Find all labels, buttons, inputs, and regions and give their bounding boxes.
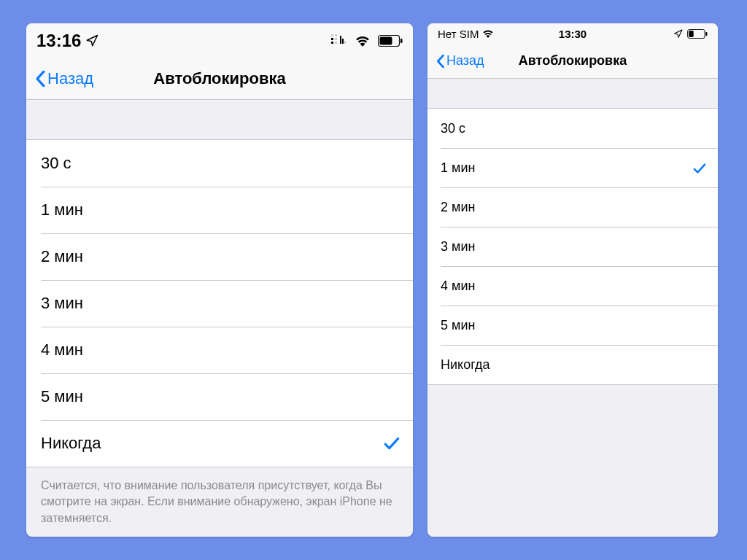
svg-rect-4 [331,34,333,36]
option-5min[interactable]: 5 мин [441,306,718,345]
option-1min[interactable]: 1 мин [41,187,413,233]
svg-rect-6 [340,36,341,44]
option-3min[interactable]: 3 мин [41,280,413,327]
option-label: 4 мин [41,341,83,359]
clock: 13:16 [36,31,81,51]
svg-rect-1 [335,42,337,44]
nav-bar: Назад Автоблокировка [26,58,413,101]
back-label: Назад [446,53,484,69]
option-2min[interactable]: 2 мин [41,233,413,280]
status-left: Нет SIM [438,28,673,40]
svg-rect-8 [344,41,346,44]
checkmark-icon [693,163,706,174]
option-label: 30 с [41,154,71,173]
option-1min[interactable]: 1 мин [441,148,718,187]
option-label: 5 мин [441,318,475,333]
chevron-left-icon [436,55,445,68]
footer-text: Считается, что внимание пользователя при… [26,467,413,537]
clock: 13:30 [559,28,587,40]
svg-rect-10 [380,36,392,44]
phone-left: 13:16 [26,23,413,537]
option-list: 30 с 1 мин 2 мин 3 мин 4 мин 5 мин Никог… [427,108,718,385]
option-4min[interactable]: 4 мин [41,327,413,373]
option-never[interactable]: Никогда [441,345,718,384]
battery-icon [687,29,708,39]
option-2min[interactable]: 2 мин [441,187,718,227]
status-right [673,29,708,39]
back-button[interactable]: Назад [436,53,484,69]
status-right [331,34,403,47]
svg-rect-5 [335,34,337,36]
option-list: 30 с 1 мин 2 мин 3 мин 4 мин 5 мин Никог… [26,139,413,467]
option-label: 1 мин [441,160,475,176]
svg-rect-13 [689,31,694,37]
option-30s[interactable]: 30 с [26,140,413,187]
wifi-icon [482,29,494,38]
nav-title: Автоблокировка [153,69,285,88]
nav-title: Автоблокировка [519,53,627,69]
battery-icon [378,35,403,47]
nav-bar: Назад Автоблокировка [427,44,718,79]
svg-rect-3 [335,38,337,40]
chevron-left-icon [35,71,46,87]
option-label: 4 мин [441,279,475,294]
carrier-label: Нет SIM [438,28,479,40]
option-4min[interactable]: 4 мин [441,266,718,306]
option-30s[interactable]: 30 с [427,109,718,148]
option-label: Никогда [41,434,101,453]
option-5min[interactable]: 5 мин [41,373,413,420]
header-spacer [427,79,718,108]
header-spacer [26,100,413,139]
phone-right: Нет SIM 13:30 Назад Автоблокировка 30 с [427,23,718,537]
svg-rect-14 [705,32,707,36]
option-label: 2 мин [41,247,83,266]
svg-rect-7 [342,39,344,44]
status-bar: 13:16 [26,23,413,58]
wifi-icon [355,35,371,47]
svg-rect-2 [331,38,333,40]
location-icon [85,34,98,47]
background-rest [427,385,718,537]
option-label: 3 мин [41,294,83,313]
status-bar: Нет SIM 13:30 [427,23,718,44]
svg-rect-11 [400,39,403,43]
option-label: 5 мин [41,387,83,406]
back-button[interactable]: Назад [35,69,93,88]
option-label: Никогда [441,357,489,373]
option-3min[interactable]: 3 мин [441,227,718,266]
option-label: 3 мин [441,239,475,254]
option-label: 30 с [441,121,465,136]
location-icon [673,29,683,39]
option-label: 2 мин [441,200,475,215]
checkmark-icon [384,436,400,451]
option-never[interactable]: Никогда [41,420,413,467]
status-left: 13:16 [36,31,331,51]
dual-sim-icon [331,34,347,47]
back-label: Назад [47,69,93,88]
option-label: 1 мин [41,201,83,219]
svg-rect-0 [331,42,333,44]
